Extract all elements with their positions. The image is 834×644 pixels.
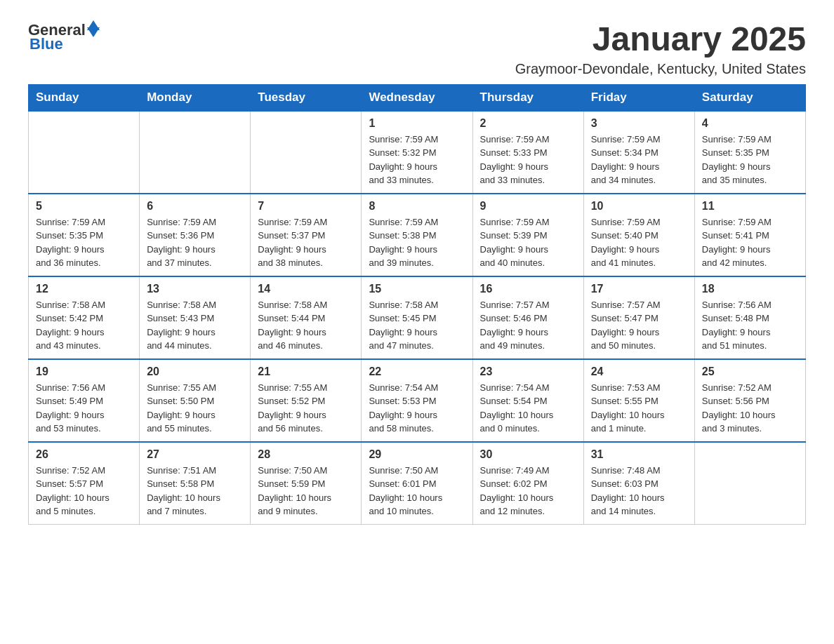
logo-triangle-down	[87, 27, 100, 37]
day-number: 23	[480, 365, 576, 378]
calendar-cell: 22Sunrise: 7:54 AM Sunset: 5:53 PM Dayli…	[362, 359, 472, 442]
day-info: Sunrise: 7:59 AM Sunset: 5:38 PM Dayligh…	[369, 215, 465, 270]
day-number: 7	[258, 200, 354, 213]
day-info: Sunrise: 7:58 AM Sunset: 5:42 PM Dayligh…	[36, 298, 132, 353]
day-info: Sunrise: 7:59 AM Sunset: 5:40 PM Dayligh…	[591, 215, 687, 270]
day-number: 20	[147, 365, 243, 378]
day-number: 6	[147, 200, 243, 213]
weekday-header-cell: Sunday	[29, 84, 140, 111]
month-title: January 2025	[515, 21, 806, 58]
calendar-cell	[251, 111, 362, 194]
calendar-cell: 26Sunrise: 7:52 AM Sunset: 5:57 PM Dayli…	[29, 442, 140, 525]
calendar-cell: 13Sunrise: 7:58 AM Sunset: 5:43 PM Dayli…	[140, 276, 251, 359]
day-number: 1	[369, 117, 465, 130]
day-info: Sunrise: 7:59 AM Sunset: 5:33 PM Dayligh…	[480, 133, 576, 187]
day-number: 21	[258, 365, 354, 378]
day-number: 4	[702, 117, 798, 130]
day-info: Sunrise: 7:56 AM Sunset: 5:48 PM Dayligh…	[702, 298, 798, 353]
calendar-cell: 17Sunrise: 7:57 AM Sunset: 5:47 PM Dayli…	[583, 276, 694, 359]
calendar-cell: 11Sunrise: 7:59 AM Sunset: 5:41 PM Dayli…	[694, 194, 805, 276]
calendar-cell: 8Sunrise: 7:59 AM Sunset: 5:38 PM Daylig…	[362, 194, 472, 276]
calendar-cell: 21Sunrise: 7:55 AM Sunset: 5:52 PM Dayli…	[251, 359, 362, 442]
calendar-cell: 27Sunrise: 7:51 AM Sunset: 5:58 PM Dayli…	[140, 442, 251, 525]
calendar-body: 1Sunrise: 7:59 AM Sunset: 5:32 PM Daylig…	[29, 111, 806, 525]
weekday-header-cell: Monday	[140, 84, 251, 111]
day-info: Sunrise: 7:48 AM Sunset: 6:03 PM Dayligh…	[591, 464, 687, 518]
day-number: 9	[480, 200, 576, 213]
calendar-cell: 15Sunrise: 7:58 AM Sunset: 5:45 PM Dayli…	[362, 276, 472, 359]
day-info: Sunrise: 7:59 AM Sunset: 5:37 PM Dayligh…	[258, 215, 354, 270]
day-info: Sunrise: 7:58 AM Sunset: 5:43 PM Dayligh…	[147, 298, 243, 353]
day-number: 19	[36, 365, 132, 378]
calendar-week-row: 12Sunrise: 7:58 AM Sunset: 5:42 PM Dayli…	[29, 276, 806, 359]
calendar-cell: 31Sunrise: 7:48 AM Sunset: 6:03 PM Dayli…	[583, 442, 694, 525]
day-number: 10	[591, 200, 687, 213]
calendar-cell: 9Sunrise: 7:59 AM Sunset: 5:39 PM Daylig…	[472, 194, 583, 276]
day-info: Sunrise: 7:53 AM Sunset: 5:55 PM Dayligh…	[591, 381, 687, 436]
calendar-cell: 28Sunrise: 7:50 AM Sunset: 5:59 PM Dayli…	[251, 442, 362, 525]
calendar-week-row: 1Sunrise: 7:59 AM Sunset: 5:32 PM Daylig…	[29, 111, 806, 194]
day-number: 15	[369, 283, 465, 295]
day-number: 29	[369, 448, 465, 461]
day-info: Sunrise: 7:59 AM Sunset: 5:36 PM Dayligh…	[147, 215, 243, 270]
calendar-cell: 18Sunrise: 7:56 AM Sunset: 5:48 PM Dayli…	[694, 276, 805, 359]
day-number: 12	[36, 283, 132, 295]
calendar-cell: 30Sunrise: 7:49 AM Sunset: 6:02 PM Dayli…	[472, 442, 583, 525]
header: General Blue January 2025 Graymoor-Devon…	[28, 21, 806, 77]
calendar-cell: 16Sunrise: 7:57 AM Sunset: 5:46 PM Dayli…	[472, 276, 583, 359]
weekday-header-cell: Saturday	[694, 84, 805, 111]
day-number: 31	[591, 448, 687, 461]
calendar-week-row: 26Sunrise: 7:52 AM Sunset: 5:57 PM Dayli…	[29, 442, 806, 525]
day-number: 22	[369, 365, 465, 378]
location-title: Graymoor-Devondale, Kentucky, United Sta…	[515, 61, 806, 77]
day-number: 2	[480, 117, 576, 130]
day-info: Sunrise: 7:56 AM Sunset: 5:49 PM Dayligh…	[36, 381, 132, 436]
day-info: Sunrise: 7:59 AM Sunset: 5:35 PM Dayligh…	[36, 215, 132, 270]
calendar-week-row: 5Sunrise: 7:59 AM Sunset: 5:35 PM Daylig…	[29, 194, 806, 276]
calendar-cell: 3Sunrise: 7:59 AM Sunset: 5:34 PM Daylig…	[583, 111, 694, 194]
calendar-cell: 6Sunrise: 7:59 AM Sunset: 5:36 PM Daylig…	[140, 194, 251, 276]
logo: General Blue	[28, 21, 100, 53]
calendar-cell: 4Sunrise: 7:59 AM Sunset: 5:35 PM Daylig…	[694, 111, 805, 194]
day-info: Sunrise: 7:54 AM Sunset: 5:53 PM Dayligh…	[369, 381, 465, 436]
calendar-cell: 20Sunrise: 7:55 AM Sunset: 5:50 PM Dayli…	[140, 359, 251, 442]
day-info: Sunrise: 7:59 AM Sunset: 5:32 PM Dayligh…	[369, 133, 465, 187]
day-info: Sunrise: 7:58 AM Sunset: 5:45 PM Dayligh…	[369, 298, 465, 353]
day-info: Sunrise: 7:50 AM Sunset: 5:59 PM Dayligh…	[258, 464, 354, 518]
day-info: Sunrise: 7:57 AM Sunset: 5:47 PM Dayligh…	[591, 298, 687, 353]
day-info: Sunrise: 7:59 AM Sunset: 5:41 PM Dayligh…	[702, 215, 798, 270]
day-info: Sunrise: 7:49 AM Sunset: 6:02 PM Dayligh…	[480, 464, 576, 518]
calendar-cell	[140, 111, 251, 194]
calendar-cell: 14Sunrise: 7:58 AM Sunset: 5:44 PM Dayli…	[251, 276, 362, 359]
calendar-cell: 25Sunrise: 7:52 AM Sunset: 5:56 PM Dayli…	[694, 359, 805, 442]
day-info: Sunrise: 7:55 AM Sunset: 5:50 PM Dayligh…	[147, 381, 243, 436]
calendar-cell	[694, 442, 805, 525]
day-number: 26	[36, 448, 132, 461]
title-area: January 2025 Graymoor-Devondale, Kentuck…	[515, 21, 806, 77]
calendar-cell: 5Sunrise: 7:59 AM Sunset: 5:35 PM Daylig…	[29, 194, 140, 276]
calendar-cell: 19Sunrise: 7:56 AM Sunset: 5:49 PM Dayli…	[29, 359, 140, 442]
day-number: 25	[702, 365, 798, 378]
day-number: 14	[258, 283, 354, 295]
day-info: Sunrise: 7:59 AM Sunset: 5:34 PM Dayligh…	[591, 133, 687, 187]
weekday-header-cell: Friday	[583, 84, 694, 111]
day-number: 5	[36, 200, 132, 213]
day-number: 27	[147, 448, 243, 461]
logo-blue-text: Blue	[29, 35, 63, 53]
day-number: 28	[258, 448, 354, 461]
day-info: Sunrise: 7:57 AM Sunset: 5:46 PM Dayligh…	[480, 298, 576, 353]
weekday-header-cell: Tuesday	[251, 84, 362, 111]
calendar-cell: 23Sunrise: 7:54 AM Sunset: 5:54 PM Dayli…	[472, 359, 583, 442]
weekday-header-row: SundayMondayTuesdayWednesdayThursdayFrid…	[29, 84, 806, 111]
calendar-table: SundayMondayTuesdayWednesdayThursdayFrid…	[28, 84, 806, 525]
calendar-cell: 2Sunrise: 7:59 AM Sunset: 5:33 PM Daylig…	[472, 111, 583, 194]
day-number: 3	[591, 117, 687, 130]
day-info: Sunrise: 7:51 AM Sunset: 5:58 PM Dayligh…	[147, 464, 243, 518]
calendar-cell: 7Sunrise: 7:59 AM Sunset: 5:37 PM Daylig…	[251, 194, 362, 276]
day-number: 13	[147, 283, 243, 295]
day-info: Sunrise: 7:52 AM Sunset: 5:56 PM Dayligh…	[702, 381, 798, 436]
calendar-cell	[29, 111, 140, 194]
day-number: 30	[480, 448, 576, 461]
calendar-week-row: 19Sunrise: 7:56 AM Sunset: 5:49 PM Dayli…	[29, 359, 806, 442]
calendar-cell: 12Sunrise: 7:58 AM Sunset: 5:42 PM Dayli…	[29, 276, 140, 359]
